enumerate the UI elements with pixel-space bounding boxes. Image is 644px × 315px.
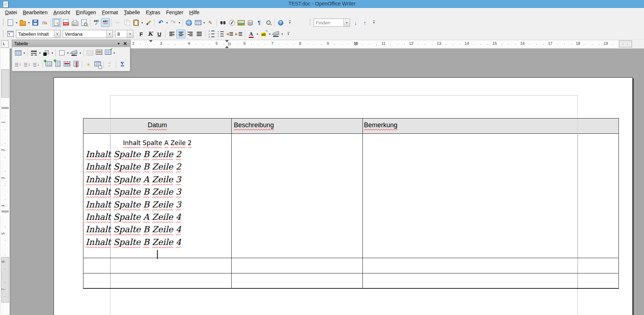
toolbar-overflow-button[interactable]: ▾ [285, 18, 294, 27]
autoformat-button[interactable]: ✳ [84, 60, 93, 69]
line-style-button[interactable] [29, 48, 38, 57]
hyperlink-button[interactable] [184, 18, 193, 27]
document-area[interactable]: Datum Beschreibung Bemerkung Inhalt Spal… [10, 48, 644, 315]
open-button[interactable] [18, 18, 27, 27]
find-next-button[interactable]: ↓ [351, 18, 360, 27]
paragraph-style-select[interactable]: Tabellen Inhalt ▾ [16, 30, 60, 38]
menu-item-datei[interactable]: Datei [2, 8, 20, 16]
close-icon[interactable]: ✕ [122, 41, 128, 46]
toolbar-overflow-button[interactable]: ▾ [284, 30, 293, 38]
menu-item-fenster[interactable]: Fenster [163, 8, 186, 16]
new-document-dropdown[interactable]: ▾ [15, 18, 18, 27]
menu-item-hilfe[interactable]: Hilfe [186, 8, 203, 16]
table-properties-button[interactable] [93, 60, 102, 69]
navigator-button[interactable] [227, 18, 236, 27]
align-left-button[interactable] [167, 30, 176, 38]
highlighting-dropdown[interactable]: ▾ [268, 30, 271, 38]
menu-item-tabelle[interactable]: Tabelle [121, 8, 143, 16]
data-sources-button[interactable] [246, 18, 255, 27]
menu-item-extras[interactable]: Extras [143, 8, 163, 16]
insert-table-button[interactable] [13, 48, 23, 57]
vertical-ruler[interactable]: 1234567 [1, 48, 9, 315]
toolbar-grip[interactable] [2, 30, 5, 38]
paste-button[interactable] [131, 18, 141, 27]
background-color-button[interactable] [70, 48, 79, 57]
formatting-marks-button[interactable]: ¶ [255, 18, 264, 27]
numbered-list-button[interactable]: 123 [207, 30, 216, 38]
toolbar-menu-icon[interactable]: ▼ [115, 42, 122, 46]
auto-spellcheck-button[interactable]: ABC~~~ [101, 18, 110, 27]
font-size-select[interactable]: 8 ▾ [115, 30, 133, 38]
export-pdf-button[interactable]: PDF [61, 18, 70, 27]
undo-button[interactable]: ↶ [156, 18, 165, 27]
save-button[interactable] [31, 18, 40, 27]
page-preview-button[interactable] [79, 18, 89, 27]
zoom-button[interactable] [264, 18, 273, 27]
email-button[interactable]: ✉➔ [40, 18, 49, 27]
delete-column-button[interactable] [71, 60, 80, 69]
menu-item-bearbeiten[interactable]: Bearbeiten [20, 8, 51, 16]
border-color-button[interactable] [42, 48, 51, 57]
decrease-indent-button[interactable]: ◀ [225, 30, 234, 38]
spellcheck-button[interactable]: ABC✓ [92, 18, 101, 27]
font-name-select[interactable]: Verdana ▾ [63, 30, 113, 38]
line-style-dropdown[interactable]: ▾ [38, 48, 42, 57]
center-vertical-button[interactable]: ↕ [23, 60, 32, 69]
help-button[interactable]: ? [276, 18, 285, 27]
open-dropdown[interactable]: ▾ [27, 18, 31, 27]
menu-item-ansicht[interactable]: Ansicht [50, 8, 73, 16]
bullet-list-button[interactable]: ••• [216, 30, 225, 38]
align-top-button[interactable]: ↑ [13, 60, 23, 69]
size-dropdown[interactable]: ▾ [127, 30, 133, 38]
tab-type-selector[interactable]: L [1, 40, 9, 48]
print-button[interactable] [70, 18, 79, 27]
background-color-dropdown[interactable]: ▾ [79, 48, 82, 57]
delete-row-button[interactable] [62, 60, 71, 69]
insert-table-button[interactable] [193, 18, 203, 27]
format-paintbrush-button[interactable] [144, 18, 153, 27]
underline-button[interactable]: U [155, 30, 164, 38]
gallery-button[interactable] [236, 18, 246, 27]
undo-dropdown[interactable]: ▾ [165, 18, 169, 27]
insert-row-button[interactable]: ✚ [44, 60, 53, 69]
bold-button[interactable]: F [137, 30, 146, 38]
document-table[interactable]: Datum Beschreibung Bemerkung Inhalt Spal… [83, 118, 619, 289]
draw-functions-button[interactable]: ✎ [206, 18, 215, 27]
border-color-dropdown[interactable]: ▾ [51, 48, 54, 57]
font-dropdown[interactable]: ▾ [106, 30, 113, 38]
background-color-button[interactable] [271, 30, 280, 38]
column-divider[interactable] [362, 118, 363, 288]
edit-mode-button[interactable]: ✎ [52, 18, 61, 27]
paste-dropdown[interactable]: ▾ [141, 18, 144, 27]
title-bar[interactable]: TEST.doc - OpenOffice Writer [0, 0, 644, 8]
column-divider[interactable] [231, 118, 232, 288]
new-document-button[interactable] [6, 18, 15, 27]
insert-table-dropdown[interactable]: ▾ [203, 18, 206, 27]
find-input[interactable]: Finden ▾ [314, 19, 350, 27]
font-color-dropdown[interactable]: ▾ [256, 30, 259, 38]
header-cell-bemerkung[interactable]: Bemerkung [364, 121, 397, 129]
align-bottom-button[interactable]: ↓ [32, 60, 41, 69]
borders-dropdown[interactable]: ▾ [66, 48, 70, 57]
first-line-indent-marker[interactable] [149, 40, 153, 42]
document-page[interactable]: Datum Beschreibung Bemerkung Inhalt Spal… [54, 77, 633, 315]
optimize-dropdown[interactable]: ▾ [113, 48, 116, 57]
highlighting-button[interactable]: ab✎ [259, 30, 268, 38]
row-divider[interactable] [83, 273, 619, 273]
find-dropdown[interactable]: ▾ [343, 19, 350, 26]
font-color-button[interactable]: A [247, 30, 256, 38]
background-color-dropdown[interactable]: ▾ [280, 30, 284, 38]
styles-and-formatting-button[interactable] [6, 30, 15, 38]
italic-button[interactable]: K [146, 30, 155, 38]
align-right-button[interactable] [185, 30, 195, 38]
borders-button[interactable] [57, 48, 66, 57]
table-toolbar-titlebar[interactable]: Tabelle ▼ ✕ [12, 40, 130, 47]
redo-dropdown[interactable]: ▾ [178, 18, 181, 27]
optimize-button[interactable]: ✔ [103, 48, 113, 57]
split-cells-button[interactable] [94, 48, 103, 57]
align-center-button[interactable] [176, 30, 185, 38]
find-toolbar-overflow-button[interactable]: ▾ [369, 18, 378, 27]
insert-table-dropdown[interactable]: ▾ [23, 48, 26, 57]
hanging-indent-marker[interactable] [225, 46, 229, 48]
find-previous-button[interactable]: ↑ [360, 18, 369, 27]
